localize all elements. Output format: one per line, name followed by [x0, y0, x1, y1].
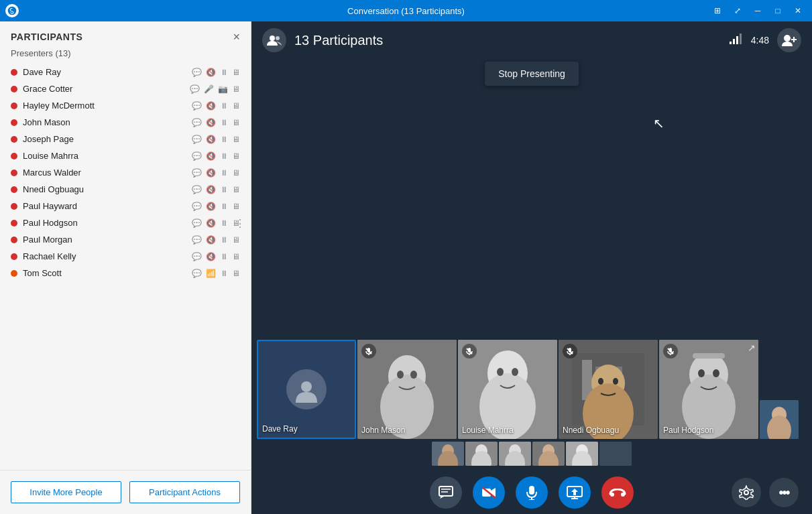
svg-point-33 [598, 378, 603, 385]
thumbnail-tile[interactable] [532, 442, 565, 466]
more-options-button[interactable]: ••• [769, 478, 799, 507]
minimize-icon[interactable]: ─ [749, 4, 766, 17]
participant-name: Louise Mahrra [23, 151, 192, 161]
list-item[interactable]: Tom Scott 💬 📶 ⏸ 🖥 [3, 265, 248, 281]
chat-icon: 💬 [192, 202, 202, 211]
pause-icon: ⏸ [220, 151, 228, 161]
video-tile-john-mason[interactable]: John Mason [357, 340, 457, 439]
tile-participant-name: Dave Ray [262, 424, 298, 434]
list-item[interactable]: John Mason 💬 🔇 ⏸ 🖥 [3, 114, 248, 131]
participant-name: Marcus Walder [23, 168, 192, 178]
main-content: 13 Participants 4:48 [251, 21, 812, 514]
participant-controls: 💬 🔇 ⏸ 🖥 [192, 101, 240, 111]
svg-marker-77 [571, 489, 578, 495]
screen-icon: 🖥 [232, 185, 240, 194]
grid-view-icon[interactable]: ⊞ [709, 4, 726, 17]
thumbnail-tile-empty[interactable] [599, 442, 632, 466]
mic-icon: 🔇 [206, 202, 216, 211]
close-sidebar-button[interactable]: × [233, 31, 240, 43]
main-layout: PARTICIPANTS × Presenters (13) Dave Ray … [0, 21, 812, 514]
close-icon[interactable]: ✕ [789, 4, 807, 17]
svg-rect-36 [569, 348, 571, 352]
thumbnail-tile[interactable] [566, 442, 598, 466]
thumbnail-tile[interactable] [499, 442, 531, 466]
svg-point-78 [610, 493, 614, 497]
screen-share-button[interactable] [559, 476, 591, 509]
chat-icon: 💬 [192, 269, 202, 278]
participant-controls: 💬 📶 ⏸ 🖥 [192, 269, 240, 278]
participant-name: John Mason [23, 117, 192, 127]
list-item[interactable]: Marcus Walder 💬 🔇 ⏸ 🖥 [3, 164, 248, 181]
video-mute-button[interactable] [473, 476, 505, 509]
svg-point-15 [410, 371, 417, 379]
svg-rect-25 [468, 348, 471, 352]
mic-icon: 🎤 [204, 84, 214, 94]
list-item[interactable]: Paul Hayward 💬 🔇 ⏸ 🖥 [3, 198, 248, 214]
participant-name: Rachael Kelly [23, 251, 192, 261]
list-item[interactable]: Joseph Page 💬 🔇 ⏸ 🖥 [3, 131, 248, 147]
video-tile-louise-mahrra[interactable]: Louise Mahrra [458, 340, 557, 439]
pause-icon: ⏸ [220, 135, 228, 144]
status-dot [11, 237, 17, 243]
chat-button[interactable] [430, 476, 462, 509]
stop-presenting-container: Stop Presenting [485, 62, 579, 86]
participant-name: Paul Hayward [23, 201, 192, 211]
video-icon: 📷 [218, 84, 228, 94]
participant-actions-button[interactable]: Participant Actions [129, 481, 240, 503]
invite-more-people-button[interactable]: Invite More People [11, 481, 121, 503]
participant-controls: 💬 🔇 ⏸ 🖥 [192, 168, 240, 178]
mute-icon [663, 344, 678, 359]
pause-icon: ⏸ [220, 235, 228, 245]
video-area: Dave Ray [251, 59, 812, 471]
maximize-icon[interactable]: □ [769, 4, 787, 17]
microphone-button[interactable] [516, 476, 548, 509]
list-item[interactable]: Hayley McDermott 💬 🔇 ⏸ 🖥 [3, 97, 248, 114]
list-item[interactable]: Paul Hodgson 💬 🔇 ⏸ 🖥 ⋮ [3, 214, 248, 231]
svg-point-1 [270, 36, 275, 41]
status-dot [11, 119, 17, 126]
participant-name: Nnedi Ogbuagu [23, 184, 192, 194]
end-call-button[interactable] [601, 476, 634, 509]
participant-name: Hayley McDermott [23, 101, 192, 111]
status-dot [11, 69, 17, 76]
mute-icon [563, 344, 577, 359]
screen-icon: 🖥 [232, 202, 240, 211]
list-item[interactable]: Rachael Kelly 💬 🔇 ⏸ 🖥 [3, 248, 248, 265]
list-item[interactable]: Dave Ray 💬 🔇 ⏸ 🖥 [3, 64, 248, 80]
chat-icon: 💬 [192, 168, 202, 178]
toolbar-right-controls: ••• [732, 478, 799, 507]
screen-icon: 🖥 [232, 235, 240, 245]
thumbnail-tile[interactable] [432, 442, 464, 466]
status-dot [11, 153, 17, 159]
thumbnail-tile[interactable] [465, 442, 498, 466]
titlebar-left [5, 4, 19, 17]
list-item[interactable]: Louise Mahrra 💬 🔇 ⏸ 🖥 [3, 147, 248, 164]
participant-controls: 💬 🔇 ⏸ 🖥 [192, 135, 240, 144]
svg-point-80 [744, 491, 748, 495]
svg-rect-3 [730, 42, 732, 44]
fullscreen-icon[interactable]: ⤢ [729, 4, 746, 17]
settings-button[interactable] [732, 478, 761, 507]
list-item[interactable]: Paul Morgan 💬 🔇 ⏸ 🖥 [3, 231, 248, 248]
add-participant-button[interactable] [777, 28, 801, 52]
svg-rect-4 [733, 39, 735, 44]
svg-point-79 [621, 493, 625, 497]
video-tile-paul-hodgson[interactable]: Paul Hodgson ↗ [659, 340, 758, 439]
svg-rect-65 [599, 442, 632, 466]
chat-icon: 💬 [192, 185, 202, 194]
participant-controls: 💬 🎤 📷 🖥 [190, 84, 240, 94]
video-tile-nnedi-ogbuagu[interactable]: Nnedi Ogbuagu [559, 340, 658, 439]
pause-icon: ⏸ [220, 252, 228, 261]
topbar-right: 4:48 [730, 28, 801, 52]
svg-point-23 [512, 368, 518, 376]
list-item[interactable]: Grace Cotter 💬 🎤 📷 🖥 [3, 80, 248, 97]
status-dot [11, 170, 17, 176]
self-view-tile[interactable] [760, 400, 799, 439]
mic-icon: 🔇 [206, 235, 216, 245]
mic-icon: 🔇 [206, 135, 216, 144]
list-item[interactable]: Nnedi Ogbuagu 💬 🔇 ⏸ 🖥 [3, 181, 248, 198]
screen-icon: 🖥 [232, 168, 240, 178]
video-tile-dave-ray[interactable]: Dave Ray [257, 340, 356, 439]
mute-icon [462, 344, 477, 359]
stop-presenting-button[interactable]: Stop Presenting [485, 62, 579, 86]
